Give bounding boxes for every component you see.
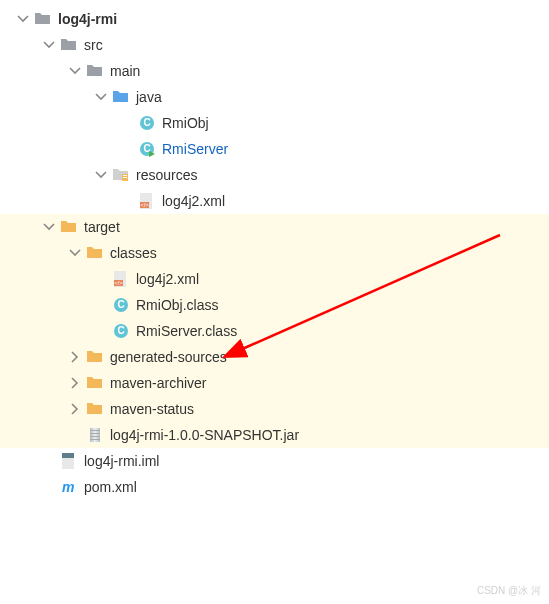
- tree-label: generated-sources: [110, 349, 227, 365]
- chevron-down-icon[interactable]: [14, 10, 32, 28]
- class-icon: [112, 296, 130, 314]
- xml-file-icon: [112, 270, 130, 288]
- tree-label: maven-archiver: [110, 375, 206, 391]
- tree-label: RmiObj: [162, 115, 209, 131]
- tree-label: target: [84, 219, 120, 235]
- tree-label: maven-status: [110, 401, 194, 417]
- tree-node-root[interactable]: log4j-rmi: [0, 6, 549, 32]
- chevron-down-icon[interactable]: [66, 62, 84, 80]
- tree-node-log4j2xml-class[interactable]: log4j2.xml: [0, 266, 549, 292]
- tree-label: log4j2.xml: [136, 271, 199, 287]
- source-folder-icon: [112, 88, 130, 106]
- tree-label: classes: [110, 245, 157, 261]
- excluded-folder-icon: [86, 244, 104, 262]
- watermark: CSDN @冰 河: [477, 584, 541, 598]
- chevron-right-icon[interactable]: [66, 348, 84, 366]
- tree-node-maven-status[interactable]: maven-status: [0, 396, 549, 422]
- excluded-folder-icon: [86, 400, 104, 418]
- tree-node-iml[interactable]: log4j-rmi.iml: [0, 448, 549, 474]
- tree-node-rmiserver-class[interactable]: RmiServer.class: [0, 318, 549, 344]
- chevron-down-icon[interactable]: [66, 244, 84, 262]
- chevron-right-icon[interactable]: [66, 400, 84, 418]
- tree-label: RmiServer.class: [136, 323, 237, 339]
- tree-node-target[interactable]: target: [0, 214, 549, 240]
- tree-node-resources[interactable]: resources: [0, 162, 549, 188]
- chevron-down-icon[interactable]: [40, 218, 58, 236]
- class-icon: [112, 322, 130, 340]
- tree-label: log4j-rmi: [58, 11, 117, 27]
- chevron-right-icon[interactable]: [66, 374, 84, 392]
- tree-label: java: [136, 89, 162, 105]
- tree-node-log4j2xml[interactable]: log4j2.xml: [0, 188, 549, 214]
- maven-icon: [60, 478, 78, 496]
- tree-node-maven-archiver[interactable]: maven-archiver: [0, 370, 549, 396]
- excluded-folder-icon: [86, 374, 104, 392]
- tree-node-generated-sources[interactable]: generated-sources: [0, 344, 549, 370]
- chevron-down-icon[interactable]: [40, 36, 58, 54]
- xml-file-icon: [138, 192, 156, 210]
- folder-icon: [86, 62, 104, 80]
- tree-label: resources: [136, 167, 197, 183]
- tree-node-classes[interactable]: classes: [0, 240, 549, 266]
- tree-node-main[interactable]: main: [0, 58, 549, 84]
- chevron-down-icon[interactable]: [92, 88, 110, 106]
- excluded-folder-icon: [86, 348, 104, 366]
- tree-node-rmiobj-class[interactable]: RmiObj.class: [0, 292, 549, 318]
- tree-label: main: [110, 63, 140, 79]
- folder-icon: [34, 10, 52, 28]
- chevron-down-icon[interactable]: [92, 166, 110, 184]
- jar-file-icon: [86, 426, 104, 444]
- tree-label: log4j2.xml: [162, 193, 225, 209]
- tree-label: src: [84, 37, 103, 53]
- tree-label: log4j-rmi.iml: [84, 453, 159, 469]
- excluded-folder-icon: [60, 218, 78, 236]
- iml-file-icon: [60, 452, 78, 470]
- resources-folder-icon: [112, 166, 130, 184]
- tree-label: RmiObj.class: [136, 297, 218, 313]
- class-runnable-icon: [138, 140, 156, 158]
- tree-node-src[interactable]: src: [0, 32, 549, 58]
- tree-node-java[interactable]: java: [0, 84, 549, 110]
- tree-node-rmiobj[interactable]: RmiObj: [0, 110, 549, 136]
- tree-node-rmiserver[interactable]: RmiServer: [0, 136, 549, 162]
- tree-label: RmiServer: [162, 141, 228, 157]
- tree-node-pom[interactable]: pom.xml: [0, 474, 549, 500]
- tree-label: log4j-rmi-1.0.0-SNAPSHOT.jar: [110, 427, 299, 443]
- class-icon: [138, 114, 156, 132]
- tree-label: pom.xml: [84, 479, 137, 495]
- folder-icon: [60, 36, 78, 54]
- tree-node-jar[interactable]: log4j-rmi-1.0.0-SNAPSHOT.jar: [0, 422, 549, 448]
